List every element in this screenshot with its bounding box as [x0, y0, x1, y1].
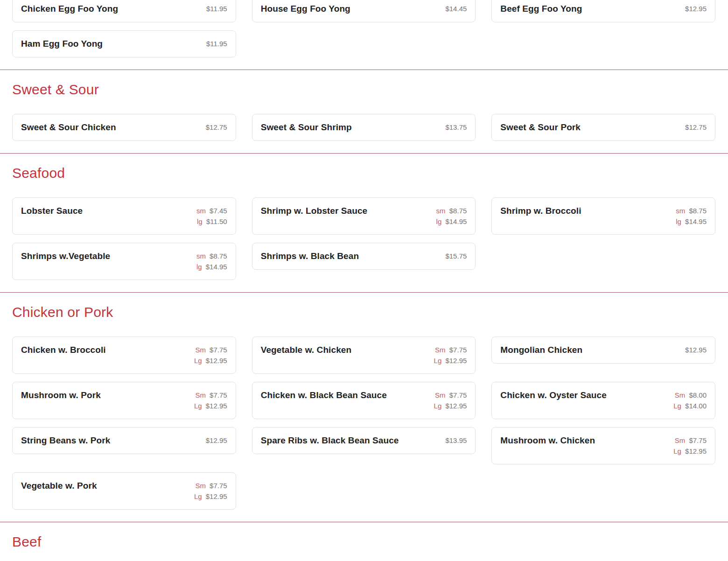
- menu-item-card[interactable]: Vegetable w. Pork Sm $7.75 Lg $12.95: [12, 472, 236, 510]
- price-line: Lg $14.00: [673, 401, 707, 411]
- menu-item-prices: sm $8.75 lg $14.95: [676, 205, 707, 227]
- menu-item-name: Sweet & Sour Pork: [500, 122, 581, 133]
- menu-item-card[interactable]: Sweet & Sour Pork $12.75: [491, 114, 715, 141]
- menu-item-prices: $13.75: [445, 122, 467, 133]
- size-label: Lg: [194, 492, 202, 500]
- menu-item-card[interactable]: Vegetable w. Chicken Sm $7.75 Lg $12.95: [252, 337, 476, 374]
- menu-item-prices: sm $7.45 lg $11.50: [196, 205, 227, 227]
- price-line: lg $14.95: [436, 217, 467, 227]
- menu-item-card[interactable]: Shrimp w. Broccoli sm $8.75 lg $14.95: [491, 197, 715, 235]
- price-line: $12.75: [206, 122, 227, 133]
- price-line: Sm $8.00: [673, 390, 707, 401]
- menu-item-prices: $13.95: [445, 435, 467, 446]
- menu-item-prices: sm $8.75 lg $14.95: [436, 205, 467, 227]
- price-line: $13.75: [445, 122, 467, 133]
- price-value: $12.95: [685, 5, 707, 13]
- size-label: Lg: [673, 402, 681, 410]
- price-line: lg $14.95: [196, 262, 227, 272]
- price-line: sm $8.75: [196, 251, 227, 262]
- price-line: Sm $7.75: [194, 390, 227, 401]
- menu-item-card[interactable]: Lobster Sauce sm $7.45 lg $11.50: [12, 197, 236, 235]
- menu-item-card[interactable]: Chicken Egg Foo Yong $11.95: [12, 0, 236, 22]
- menu-item-prices: $15.75: [445, 251, 467, 262]
- size-label: sm: [676, 207, 685, 215]
- menu-item-card[interactable]: House Egg Foo Yong $14.45: [252, 0, 476, 22]
- menu-item-name: Mushroom w. Pork: [21, 390, 101, 401]
- menu-item-name: Beef Egg Foo Yong: [500, 3, 582, 14]
- price-line: sm $7.45: [196, 205, 227, 217]
- price-line: $11.95: [206, 3, 227, 14]
- menu-item-card[interactable]: Sweet & Sour Chicken $12.75: [12, 114, 236, 141]
- price-line: $11.95: [206, 38, 227, 49]
- menu-item-prices: Sm $7.75 Lg $12.95: [673, 435, 707, 456]
- price-line: Lg $12.95: [194, 491, 227, 502]
- price-value: $7.75: [449, 391, 467, 399]
- menu-item-name: Spare Ribs w. Black Bean Sauce: [261, 435, 399, 446]
- menu-item-name: Sweet & Sour Chicken: [21, 122, 116, 133]
- menu-item-card[interactable]: Shrimps w. Black Bean $15.75: [252, 243, 476, 270]
- price-value: $14.00: [685, 402, 707, 410]
- menu-item-name: Chicken w. Black Bean Sauce: [261, 390, 387, 401]
- menu-item-card[interactable]: Beef Egg Foo Yong $12.95: [491, 0, 715, 22]
- price-line: $12.95: [206, 435, 227, 446]
- section-heading: Sweet & Sour: [12, 82, 715, 97]
- price-line: Sm $7.75: [673, 435, 707, 446]
- menu-item-prices: Sm $7.75 Lg $12.95: [194, 344, 227, 366]
- price-line: Sm $7.75: [194, 344, 227, 356]
- price-value: $7.45: [210, 207, 227, 215]
- menu-item-card[interactable]: Shrimp w. Lobster Sauce sm $8.75 lg $14.…: [252, 197, 476, 235]
- size-label: Sm: [675, 391, 686, 399]
- size-label: sm: [436, 207, 446, 215]
- price-value: $12.95: [206, 402, 227, 410]
- size-label: Lg: [434, 357, 442, 365]
- menu-item-name: Shrimps w.Vegetable: [21, 251, 110, 262]
- price-line: Sm $7.75: [434, 390, 467, 401]
- menu-item-card[interactable]: Chicken w. Oyster Sauce Sm $8.00 Lg $14.…: [491, 382, 715, 419]
- section-divider: [0, 292, 728, 293]
- menu-item-card[interactable]: Ham Egg Foo Yong $11.95: [12, 30, 236, 57]
- menu-item-card[interactable]: Chicken w. Broccoli Sm $7.75 Lg $12.95: [12, 337, 236, 374]
- menu-item-prices: Sm $8.00 Lg $14.00: [673, 390, 707, 411]
- menu-item-name: String Beans w. Pork: [21, 435, 110, 446]
- menu-items-grid: Chicken Egg Foo Yong $11.95 House Egg Fo…: [12, 0, 715, 70]
- price-line: $12.95: [685, 3, 707, 14]
- menu-items-grid: Chicken w. Broccoli Sm $7.75 Lg $12.95 V…: [12, 337, 715, 522]
- menu-section-beef: Beef: [12, 522, 715, 561]
- price-line: Lg $12.95: [194, 401, 227, 411]
- menu-item-card[interactable]: Mushroom w. Pork Sm $7.75 Lg $12.95: [12, 382, 236, 419]
- menu-item-card[interactable]: Shrimps w.Vegetable sm $8.75 lg $14.95: [12, 243, 236, 280]
- size-label: lg: [676, 217, 681, 225]
- menu-item-card[interactable]: Chicken w. Black Bean Sauce Sm $7.75 Lg …: [252, 382, 476, 419]
- section-divider: [0, 153, 728, 154]
- menu-item-prices: $12.95: [685, 344, 707, 356]
- menu-item-card[interactable]: String Beans w. Pork $12.95: [12, 427, 236, 454]
- size-label: Sm: [195, 391, 206, 399]
- menu-item-prices: $12.95: [685, 3, 707, 14]
- price-value: $12.95: [206, 357, 227, 365]
- size-label: Lg: [434, 402, 442, 410]
- price-value: $7.75: [210, 346, 227, 354]
- menu-item-card[interactable]: Sweet & Sour Shrimp $13.75: [252, 114, 476, 141]
- price-line: $12.95: [685, 344, 707, 356]
- menu-item-name: Mushroom w. Chicken: [500, 435, 595, 446]
- size-label: Lg: [673, 447, 681, 455]
- menu-item-card[interactable]: Mongolian Chicken $12.95: [491, 337, 715, 364]
- price-value: $8.75: [449, 207, 467, 215]
- price-value: $8.75: [210, 252, 227, 260]
- menu-item-prices: Sm $7.75 Lg $12.95: [434, 344, 467, 366]
- price-line: Sm $7.75: [434, 344, 467, 356]
- price-value: $8.75: [689, 207, 707, 215]
- size-label: Sm: [435, 346, 446, 354]
- price-value: $12.75: [206, 123, 227, 131]
- price-line: $13.95: [445, 435, 467, 446]
- menu-item-prices: $11.95: [206, 3, 227, 14]
- price-value: $14.95: [685, 217, 707, 225]
- menu-item-card[interactable]: Mushroom w. Chicken Sm $7.75 Lg $12.95: [491, 427, 715, 464]
- menu-item-card[interactable]: Spare Ribs w. Black Bean Sauce $13.95: [252, 427, 476, 454]
- menu-item-name: Shrimp w. Lobster Sauce: [261, 205, 368, 217]
- price-value: $13.95: [445, 436, 467, 444]
- size-label: Sm: [195, 482, 206, 490]
- section-divider: [0, 70, 728, 70]
- menu-item-prices: Sm $7.75 Lg $12.95: [194, 390, 227, 411]
- price-line: $15.75: [445, 251, 467, 262]
